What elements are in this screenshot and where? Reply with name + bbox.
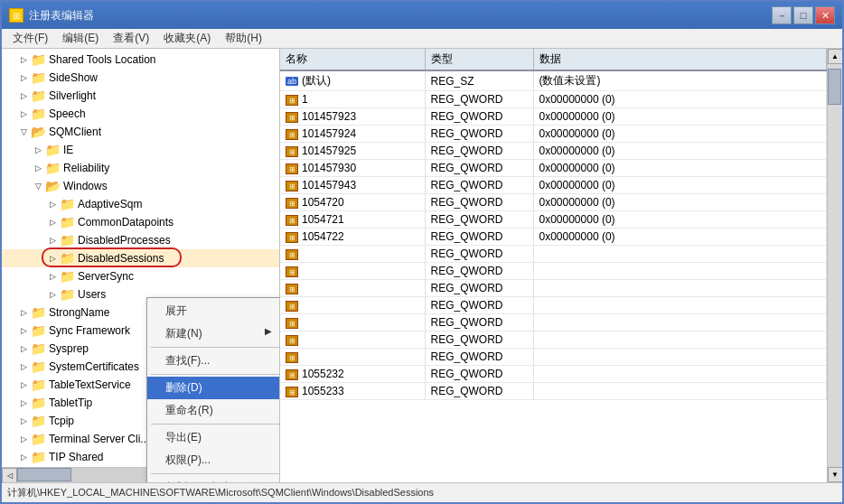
table-row[interactable]: ⊞1054722 REG_QWORD 0x00000000 (0)	[280, 229, 827, 246]
expander-syncframework[interactable]: ▷	[16, 322, 31, 340]
table-row[interactable]: ⊞101457923 REG_QWORD 0x00000000 (0)	[280, 108, 827, 126]
table-row[interactable]: ⊞ REG_QWORD	[280, 297, 827, 314]
registry-table[interactable]: 名称 类型 数据 ab(默认) REG_SZ (数值未设置)	[280, 49, 827, 482]
tree-item-reliability[interactable]: ▷ 📁 Reliability	[2, 159, 279, 177]
tree-item-sideshow[interactable]: ▷ 📁 SideShow	[2, 69, 279, 87]
expander-tcpip[interactable]: ▷	[16, 412, 31, 430]
tree-item-sqmclient[interactable]: ▽ 📂 SQMClient	[2, 123, 279, 141]
cell-name: ⊞101457925	[280, 143, 425, 160]
tree-item-windows[interactable]: ▽ 📂 Windows	[2, 177, 279, 195]
table-row[interactable]: ⊞1054721 REG_QWORD 0x00000000 (0)	[280, 211, 827, 229]
cell-data: 0x00000000 (0)	[533, 143, 827, 160]
tree-item-speech[interactable]: ▷ 📁 Speech	[2, 105, 279, 123]
cell-data	[533, 280, 827, 297]
expander-ie[interactable]: ▷	[31, 141, 45, 159]
col-header-data[interactable]: 数据	[533, 49, 827, 70]
expander-windows[interactable]: ▽	[31, 177, 45, 195]
table-row[interactable]: ⊞ REG_QWORD	[280, 263, 827, 280]
tree-label-silverlight: Silverlight	[49, 89, 96, 102]
maximize-button[interactable]: □	[793, 6, 813, 24]
ctx-new[interactable]: 新建(N)	[147, 322, 280, 345]
expander-serversync[interactable]: ▷	[45, 267, 60, 285]
table-row[interactable]: ⊞ REG_QWORD	[280, 280, 827, 297]
tree-item-serversync[interactable]: ▷ 📁 ServerSync	[2, 267, 279, 285]
expander-disabledsessions[interactable]: ▷	[45, 249, 60, 267]
cell-data: 0x00000000 (0)	[533, 91, 827, 108]
expander-users[interactable]: ▷	[45, 285, 60, 303]
title-bar: ⊞ 注册表编辑器 － □ ✕	[2, 2, 842, 29]
expander-reliability[interactable]: ▷	[31, 159, 45, 177]
expander-speech[interactable]: ▷	[16, 105, 31, 123]
table-row[interactable]: ⊞ REG_QWORD	[280, 246, 827, 263]
table-row[interactable]: ⊞1055232 REG_QWORD	[280, 366, 827, 383]
expander-systemcertificates[interactable]: ▷	[16, 358, 31, 376]
table-row[interactable]: ⊞101457930 REG_QWORD 0x00000000 (0)	[280, 160, 827, 177]
menu-help[interactable]: 帮助(H)	[218, 29, 269, 48]
ctx-expand[interactable]: 展开	[147, 300, 280, 322]
expander-adaptivesqm[interactable]: ▷	[45, 195, 60, 213]
cell-type: REG_QWORD	[425, 91, 533, 108]
tree-item-disabledsessions[interactable]: ▷ 📁 DisabledSessions	[2, 249, 279, 267]
vscroll-up-arrow[interactable]: ▲	[828, 49, 843, 64]
table-row[interactable]: ⊞ REG_QWORD	[280, 314, 827, 331]
col-header-name[interactable]: 名称	[280, 49, 425, 70]
table-row[interactable]: ⊞1055233 REG_QWORD	[280, 383, 827, 400]
ctx-rename[interactable]: 重命名(R)	[147, 399, 280, 422]
expander-commondatapoints[interactable]: ▷	[45, 213, 60, 231]
table-row[interactable]: ⊞1 REG_QWORD 0x00000000 (0)	[280, 91, 827, 108]
expander-shared-tools[interactable]: ▷	[16, 51, 31, 69]
menu-favorites[interactable]: 收藏夹(A)	[156, 29, 218, 48]
tree-item-ie[interactable]: ▷ 📁 IE	[2, 141, 279, 159]
vscroll-bar[interactable]: ▲ ▼	[827, 49, 842, 482]
folder-icon-systemcertificates: 📁	[31, 359, 46, 374]
vscroll-thumb[interactable]	[828, 69, 841, 105]
menu-view[interactable]: 查看(V)	[106, 29, 156, 48]
tree-item-silverlight[interactable]: ▷ 📁 Silverlight	[2, 87, 279, 105]
tree-item-commondatapoints[interactable]: ▷ 📁 CommonDatapoints	[2, 213, 279, 231]
minimize-button[interactable]: －	[772, 6, 792, 24]
close-button[interactable]: ✕	[815, 6, 835, 24]
table-row[interactable]: ⊞101457925 REG_QWORD 0x00000000 (0)	[280, 143, 827, 160]
cell-data	[533, 297, 827, 314]
expander-tipshared[interactable]: ▷	[16, 448, 31, 466]
expander-sysprep[interactable]: ▷	[16, 340, 31, 358]
table-row[interactable]: ⊞1054720 REG_QWORD 0x00000000 (0)	[280, 194, 827, 211]
ctx-find[interactable]: 查找(F)...	[147, 350, 280, 372]
tree-item-shared-tools[interactable]: ▷ 📁 Shared Tools Location	[2, 51, 279, 69]
tree-label-syncframework: Sync Framework	[49, 324, 130, 337]
hscroll-left-arrow[interactable]: ◁	[2, 468, 17, 483]
table-row[interactable]: ⊞101457924 REG_QWORD 0x00000000 (0)	[280, 126, 827, 143]
tree-item-adaptivesqm[interactable]: ▷ 📁 AdaptiveSqm	[2, 195, 279, 213]
tree-label-tablettip: TabletTip	[49, 397, 92, 409]
expander-disabledprocesses[interactable]: ▷	[45, 231, 60, 249]
expander-sqmclient[interactable]: ▽	[16, 123, 31, 141]
status-text: 计算机\HKEY_LOCAL_MACHINE\SOFTWARE\Microsof…	[7, 486, 434, 499]
table-row[interactable]: ab(默认) REG_SZ (数值未设置)	[280, 70, 827, 91]
menu-file[interactable]: 文件(F)	[5, 29, 55, 48]
table-row[interactable]: ⊞ REG_QWORD	[280, 349, 827, 366]
expander-tabletextservice[interactable]: ▷	[16, 376, 31, 394]
ctx-export[interactable]: 导出(E)	[147, 426, 280, 449]
expander-tablettip[interactable]: ▷	[16, 394, 31, 412]
hscroll-thumb[interactable]	[17, 468, 71, 481]
col-header-type[interactable]: 类型	[425, 49, 533, 70]
expander-sideshow[interactable]: ▷	[16, 69, 31, 87]
ctx-separator-2	[151, 374, 280, 375]
expander-terminalserverclient[interactable]: ▷	[16, 430, 31, 448]
folder-icon-tablettip: 📁	[31, 396, 46, 410]
tree-item-disabledprocesses[interactable]: ▷ 📁 DisabledProcesses	[2, 231, 279, 249]
ctx-delete[interactable]: 删除(D)	[147, 377, 280, 399]
expander-silverlight[interactable]: ▷	[16, 87, 31, 105]
ctx-copy-name[interactable]: 复制项目名称(C)	[147, 476, 280, 482]
cell-type: REG_QWORD	[425, 211, 533, 229]
table-row[interactable]: ⊞101457943 REG_QWORD 0x00000000 (0)	[280, 177, 827, 194]
tree-label-disabledprocesses: DisabledProcesses	[78, 234, 171, 247]
table-row[interactable]: ⊞ REG_QWORD	[280, 331, 827, 349]
tree-label-commondatapoints: CommonDatapoints	[78, 216, 173, 229]
expander-strongname[interactable]: ▷	[16, 303, 31, 322]
vscroll-down-arrow[interactable]: ▼	[828, 467, 843, 482]
cell-name: ⊞1054722	[280, 229, 425, 246]
menu-edit[interactable]: 编辑(E)	[55, 29, 106, 48]
ctx-permissions[interactable]: 权限(P)...	[147, 449, 280, 471]
registry-data-table: 名称 类型 数据 ab(默认) REG_SZ (数值未设置)	[280, 49, 827, 400]
